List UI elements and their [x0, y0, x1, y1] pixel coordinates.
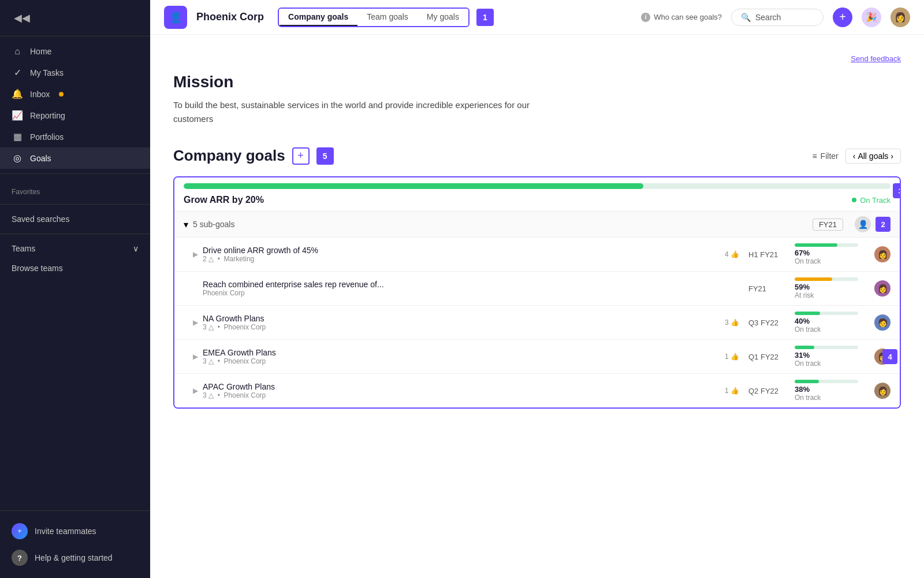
sidebar-item-label: Portfolios	[30, 132, 64, 142]
row-avatar: 🧑	[874, 314, 891, 331]
row-likes: 1 👍	[725, 353, 739, 361]
divider-2	[0, 204, 150, 205]
filter-button[interactable]: ≡ Filter	[812, 151, 838, 161]
avatar-emoji-main: 👤	[858, 220, 868, 229]
row-name-sub: 3 △ • Phoenix Corp	[203, 357, 725, 365]
sidebar-item-reporting[interactable]: 📈 Reporting	[0, 105, 150, 126]
row-likes: 4 👍	[725, 250, 739, 258]
goals-icon: ◎	[12, 153, 23, 164]
home-icon: ⌂	[12, 46, 23, 57]
main-content: 👤 Phoenix Corp Company goals Team goals …	[150, 0, 924, 578]
row-name-sub: 3 △ • Phoenix Corp	[203, 391, 725, 399]
subgoals-row: ▾ 5 sub-goals FY21 👤 2	[174, 212, 900, 238]
sidebar-item-browse-teams[interactable]: Browse teams	[0, 258, 150, 278]
saved-searches-label: Saved searches	[12, 214, 69, 224]
divider-3	[0, 234, 150, 234]
sidebar-item-portfolios[interactable]: ▦ Portfolios	[0, 126, 150, 147]
all-goals-button[interactable]: ‹ All goals ›	[845, 149, 901, 164]
row-avatar: 👩	[874, 280, 891, 297]
sidebar-item-label: Inbox	[30, 90, 50, 99]
expand-icon[interactable]: ▾	[184, 219, 188, 230]
table-row: ▶ APAC Growth Plans 3 △ • Phoenix Corp 1…	[174, 374, 900, 407]
plus-icon-2: +	[297, 150, 304, 162]
fy-badge: FY21	[813, 218, 843, 231]
plus-icon: +	[839, 10, 846, 24]
row-name-cell: NA Growth Plans 3 △ • Phoenix Corp	[203, 314, 725, 331]
progress-status: At risk	[795, 291, 858, 299]
row-avatar-cell: 🧑	[870, 314, 891, 331]
row-progress-cell: 67% On track	[795, 243, 870, 265]
topbar-right: i Who can see goals? 🔍 Search + 🎉 👩	[641, 8, 910, 27]
search-button[interactable]: 🔍 Search	[731, 9, 824, 26]
chevron-right-icon: ›	[891, 151, 893, 161]
content-area: Send feedback Mission To build the best,…	[150, 35, 924, 578]
feedback-link[interactable]: Send feedback	[173, 53, 901, 64]
who-can-see-button[interactable]: i Who can see goals?	[641, 13, 722, 22]
org-icon-symbol: 👤	[169, 11, 182, 24]
teams-label: Teams	[12, 244, 35, 253]
row-name-cell: APAC Growth Plans 3 △ • Phoenix Corp	[203, 382, 725, 399]
row-period: FY21	[748, 284, 795, 293]
add-button[interactable]: +	[833, 8, 852, 27]
row-period: H1 FY21	[748, 250, 795, 259]
row-avatar-cell: 👩	[870, 246, 891, 262]
sidebar-item-home[interactable]: ⌂ Home	[0, 41, 150, 62]
row-expand-icon[interactable]: ▶	[193, 353, 198, 361]
sidebar-item-my-tasks[interactable]: ✓ My Tasks	[0, 62, 150, 83]
row-period: Q3 FY22	[748, 318, 795, 327]
add-goal-button[interactable]: +	[292, 147, 310, 165]
invite-teammates-button[interactable]: + Invite teammates	[0, 518, 150, 544]
help-button[interactable]: ? Help & getting started	[0, 544, 150, 571]
progress-pct: 59%	[795, 283, 810, 291]
goal-card: 3 Grow ARR by 20% On Track ▾ 5 sub-goals…	[173, 176, 901, 409]
chevron-left-icon: ‹	[853, 151, 856, 161]
sidebar-item-teams[interactable]: Teams ∨	[0, 239, 150, 258]
sidebar-nav: ⌂ Home ✓ My Tasks 🔔 Inbox 📈 Reporting ▦ …	[0, 36, 150, 510]
invite-label: Invite teammates	[35, 527, 96, 536]
tab-my-goals[interactable]: My goals	[418, 9, 468, 26]
sidebar-item-label: Reporting	[30, 111, 65, 120]
row-name-main: Drive online ARR growth of 45%	[203, 246, 725, 255]
tab-team-goals[interactable]: Team goals	[357, 9, 418, 26]
progress-status: On track	[795, 360, 858, 368]
progress-status: On track	[795, 394, 858, 402]
reporting-icon: 📈	[12, 110, 23, 121]
row-name-cell: Reach combined enterprise sales rep reve…	[203, 280, 739, 297]
invite-icon: +	[12, 523, 28, 539]
sidebar-item-inbox[interactable]: 🔔 Inbox	[0, 83, 150, 105]
tab-area: Company goals Team goals My goals 1	[278, 8, 494, 27]
row-period: Q2 FY22	[748, 387, 795, 395]
progress-pct: 40%	[795, 317, 810, 325]
company-goals-title: Company goals	[173, 147, 285, 165]
row-expand-icon[interactable]: ▶	[193, 387, 198, 395]
row-name-main: EMEA Growth Plans	[203, 348, 725, 357]
avatar-user[interactable]: 👩	[891, 8, 910, 27]
help-icon: ?	[12, 550, 28, 566]
progress-pct: 38%	[795, 385, 810, 394]
chevron-down-icon: ∨	[133, 244, 139, 253]
tab-company-goals[interactable]: Company goals	[279, 9, 357, 26]
row-avatar-cell: 👩	[870, 280, 891, 297]
sidebar-item-label: Goals	[30, 154, 51, 163]
sidebar-toggle-button[interactable]: ◀◀	[9, 9, 35, 27]
row-name-main: Reach combined enterprise sales rep reve…	[203, 280, 739, 289]
portfolios-icon: ▦	[12, 131, 23, 142]
goals-filter-area: ≡ Filter ‹ All goals ›	[812, 149, 901, 164]
feedback-anchor[interactable]: Send feedback	[851, 54, 901, 63]
tab-badge: 1	[476, 9, 494, 26]
row-name-sub: Phoenix Corp	[203, 289, 739, 297]
mission-title: Mission	[173, 73, 901, 91]
tabs-container: Company goals Team goals My goals	[278, 8, 470, 27]
sidebar-item-goals[interactable]: ◎ Goals	[0, 147, 150, 169]
row-avatar: 👩	[874, 383, 891, 399]
sidebar-item-saved-searches[interactable]: Saved searches	[0, 209, 150, 229]
goals-header: Company goals + 5 ≡ Filter ‹ All goals ›	[173, 147, 901, 165]
divider-1	[0, 173, 150, 174]
sidebar-header: ◀◀	[0, 0, 150, 36]
row-expand-icon[interactable]: ▶	[193, 318, 198, 327]
row-expand-icon[interactable]: ▶	[193, 250, 198, 258]
sidebar-bottom: + Invite teammates ? Help & getting star…	[0, 510, 150, 578]
favorites-label: Favorites	[0, 179, 150, 199]
row-likes: 1 👍	[725, 387, 739, 395]
row-name-cell: EMEA Growth Plans 3 △ • Phoenix Corp	[203, 348, 725, 365]
